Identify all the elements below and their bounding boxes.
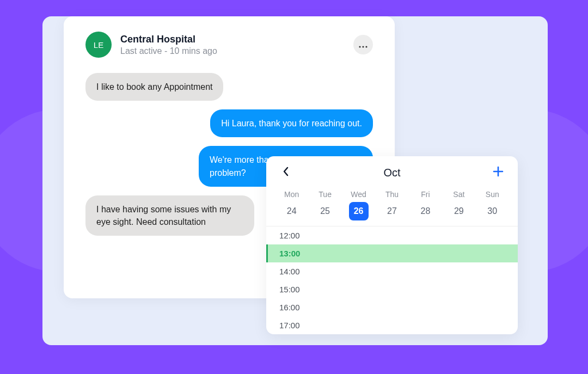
calendar-month-label: Oct	[383, 167, 400, 179]
time-slot[interactable]: 15:00	[266, 280, 518, 298]
calendar-day[interactable]: 27	[382, 202, 402, 220]
message-bubble[interactable]: I like to book any Appointment	[85, 73, 223, 101]
calendar-header: Oct	[266, 166, 518, 187]
chat-subtitle: Last active - 10 mins ago	[120, 46, 345, 56]
svg-point-2	[365, 46, 367, 47]
calendar-dayname: Sun	[477, 187, 508, 202]
calendar-dayname: Mon	[276, 187, 307, 202]
time-slot[interactable]: 16:00	[266, 298, 518, 316]
calendar-dayname: Sat	[443, 187, 474, 202]
calendar-day[interactable]: 28	[415, 202, 435, 220]
chat-header: LE Central Hospital Last active - 10 min…	[85, 32, 373, 58]
more-button[interactable]	[353, 35, 373, 54]
calendar-dayname: Tue	[309, 187, 340, 202]
svg-point-1	[362, 46, 364, 47]
calendar-prev-button[interactable]	[279, 166, 292, 179]
svg-point-0	[359, 46, 360, 47]
message-bubble[interactable]: Hi Laura, thank you for reaching out.	[210, 109, 373, 137]
time-slot[interactable]: 14:00	[266, 262, 518, 280]
calendar-card: Oct Mon Tue Wed Thu Fri Sat Sun 24 25 26…	[266, 156, 518, 334]
time-slot[interactable]: 12:00	[266, 226, 518, 244]
message-bubble[interactable]: I have having some issues with my eye si…	[85, 195, 254, 236]
plus-icon	[492, 165, 504, 180]
time-slot[interactable]: 17:00	[266, 316, 518, 334]
chat-title: Central Hospital	[120, 34, 345, 45]
avatar[interactable]: LE	[85, 32, 112, 58]
calendar-dayname: Fri	[410, 187, 441, 202]
header-text: Central Hospital Last active - 10 mins a…	[120, 34, 345, 56]
calendar-add-button[interactable]	[492, 166, 505, 179]
calendar-dayname: Wed	[343, 187, 374, 202]
chevron-left-icon	[283, 167, 289, 179]
calendar-dayname: Thu	[376, 187, 407, 202]
calendar-day[interactable]: 29	[449, 202, 469, 220]
time-slot-selected[interactable]: 13:00	[266, 244, 518, 262]
calendar-days-row: 24 25 26 27 28 29 30	[266, 202, 518, 220]
calendar-day[interactable]: 24	[282, 202, 302, 220]
calendar-day[interactable]: 25	[315, 202, 335, 220]
calendar-day-selected[interactable]: 26	[349, 202, 369, 220]
calendar-divider	[266, 220, 518, 226]
calendar-day[interactable]: 30	[482, 202, 502, 220]
more-icon	[359, 39, 367, 51]
time-slots-list[interactable]: 12:00 13:00 14:00 15:00 16:00 17:00	[266, 226, 518, 334]
calendar-daynames-row: Mon Tue Wed Thu Fri Sat Sun	[266, 187, 518, 202]
